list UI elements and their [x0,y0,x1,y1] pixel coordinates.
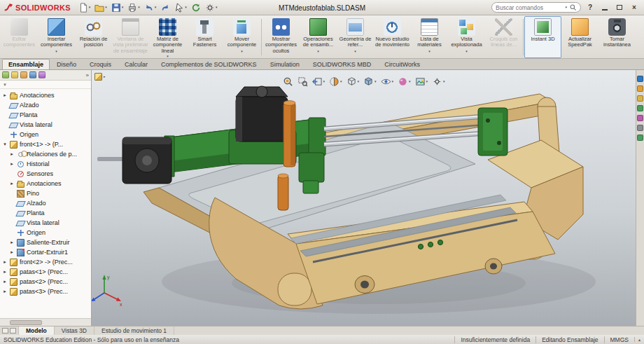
custom-properties-icon[interactable] [637,125,643,131]
flyout-tree-handle[interactable]: ▸ [94,73,106,81]
expand-arrow-icon[interactable]: ▸ [2,259,8,265]
exploded-view-button[interactable]: Vista explosionada▾ [448,16,485,58]
tree-item-vista-lateral[interactable]: Vista lateral [0,120,91,130]
expand-arrow-icon[interactable]: ▸ [2,289,8,294]
appearances-scenes-icon[interactable] [637,115,643,121]
tab-estudio-de-movimiento-1[interactable]: Estudio de movimiento 1 [94,326,174,335]
zoom-to-fit-button[interactable] [281,76,293,88]
search-icon[interactable] [569,4,577,11]
propertymanager-tab-icon[interactable] [11,71,18,78]
move-component-button[interactable]: Mover componente▾ [223,16,260,58]
tree-item-cortar-extruir1[interactable]: ▸Cortar-Extruir1 [0,247,91,257]
statusbar-expand-icon[interactable]: ▴ [634,337,644,342]
hide-show-items-button[interactable]: ▾ [380,76,395,88]
tab-ensamblaje[interactable]: Ensamblaje [2,59,50,69]
tree-item-pino[interactable]: Pino [0,188,91,198]
undo-button[interactable]: ▾ [143,2,158,13]
tree-item-patas-3-prec[interactable]: ▸patas<3> (Prec... [0,287,91,296]
scrollbar-thumb[interactable] [10,320,42,325]
reference-geometry-button[interactable]: Geometría de refer...▾ [337,16,374,58]
section-view-button[interactable]: ▾ [328,76,343,88]
maximize-button[interactable] [615,3,624,13]
options-button[interactable]: ▾ [204,2,219,13]
view-settings-button[interactable]: ▾ [431,76,446,88]
tree-item-sensores[interactable]: Sensores [0,169,91,179]
expand-arrow-icon[interactable]: ▸ [2,269,8,275]
tree-item-alzado[interactable]: Alzado [0,198,91,208]
panel-filter-row[interactable]: ▼ [0,81,91,89]
units-selector[interactable]: MMGS [604,336,634,343]
expand-arrow-icon[interactable]: ▸ [9,151,15,157]
tree-item-origen[interactable]: Origen [0,130,91,139]
tree-item-relaciones-de-p[interactable]: ▸Relaciones de p... [0,149,91,159]
configurationmanager-tab-icon[interactable] [20,71,27,78]
tree-item-anotaciones[interactable]: ▸Anotaciones [0,90,91,100]
tab-split-icon[interactable] [10,328,16,333]
apply-scene-button[interactable]: ▾ [414,76,429,88]
tree-item-patas-2-prec[interactable]: ▸patas<2> (Prec... [0,277,91,287]
rebuild-button[interactable] [190,2,202,13]
new-document-button[interactable]: ▾ [77,2,92,13]
assembly-features-button[interactable]: Operaciones de ensamb...▾ [300,16,337,58]
previous-view-button[interactable]: ▾ [311,76,326,88]
select-button[interactable]: ▾ [173,2,188,13]
graphics-viewport[interactable]: y x z ▸ ▾▾▾▾▾▾▾▾ [92,70,636,326]
view-orientation-button[interactable]: ▾ [345,76,360,88]
snapshot-button[interactable]: Tomar instantánea [598,16,636,58]
tree-item-saliente-extruir[interactable]: ▸Saliente-Extruir [0,238,91,247]
tree-item-vista-lateral[interactable]: Vista lateral [0,218,91,228]
expand-arrow-icon[interactable]: ▸ [2,92,8,98]
tab-calcular[interactable]: Calcular [118,59,154,69]
tree-item-planta[interactable]: Planta [0,110,91,120]
featuremanager-tab-icon[interactable] [2,71,9,78]
minimize-button[interactable] [600,3,610,13]
expand-arrow-icon[interactable]: ▸ [9,161,15,167]
expand-arrow-icon[interactable]: ▸ [9,249,15,255]
smart-fasteners-button[interactable]: Smart Fasteners [186,16,223,58]
bom-button[interactable]: Lista de materiales▾ [411,16,448,58]
tab-circuitworks[interactable]: CircuitWorks [378,59,426,69]
design-library-icon[interactable] [637,85,643,92]
insert-components-button[interactable]: Insertar componentes▾ [38,16,75,58]
open-button[interactable]: ▾ [93,2,108,13]
expand-arrow-icon[interactable]: ▸ [2,279,8,284]
editing-mode[interactable]: Editando Ensamblaje [536,336,603,343]
panel-flyout-arrow-icon[interactable]: ▼ [3,83,7,87]
expand-arrow-icon[interactable]: ▾ [2,142,8,147]
show-hidden-button[interactable]: Mostrar componentes ocultos [262,16,300,58]
zoom-to-area-button[interactable] [296,76,308,88]
tab-simulation[interactable]: Simulation [264,59,306,69]
file-explorer-icon[interactable] [637,95,643,102]
tree-item-historial[interactable]: ▸Historial [0,159,91,169]
view-palette-icon[interactable] [637,105,643,111]
document-recovery-icon[interactable] [637,135,643,141]
cnc-machine-model[interactable]: y x z [92,70,636,326]
instant3d-button[interactable]: Instant 3D [524,16,561,58]
tab-croquis[interactable]: Croquis [83,59,118,69]
displaymanager-tab-icon[interactable] [38,71,46,78]
tree-horizontal-scrollbar[interactable] [0,318,91,326]
tree-item-anotaciones[interactable]: ▸Anotaciones [0,179,91,188]
close-button[interactable]: × [629,3,639,13]
help-button[interactable]: ? [585,3,595,13]
search-dropdown-caret-icon[interactable]: ▾ [565,6,567,9]
tab-solidworks-mbd[interactable]: SOLIDWORKS MBD [307,59,378,69]
tree-item-front-1-p[interactable]: ▾front<1> -> (P... [0,139,91,149]
mate-button[interactable]: Relación de posición [75,16,112,58]
edit-appearance-button[interactable]: ▾ [397,76,412,88]
tree-item-front-2-prec[interactable]: ▸front<2> -> (Prec... [0,257,91,267]
display-style-button[interactable]: ▾ [363,76,377,88]
tab-modelo[interactable]: Modelo [19,326,55,335]
dimxpertmanager-tab-icon[interactable] [29,71,36,78]
tab-complementos-de-solidworks[interactable]: Complementos de SOLIDWORKS [155,59,263,69]
command-search[interactable]: ▾ [491,2,581,13]
tab-vistas-3d[interactable]: Vistas 3D [55,326,94,335]
tree-item-planta[interactable]: Planta [0,208,91,218]
redo-button[interactable] [159,2,172,13]
motion-study-button[interactable]: Nuevo estudio de movimiento [374,16,411,58]
speedpak-button[interactable]: Actualizar SpeedPak [561,16,598,58]
solidworks-resources-icon[interactable] [637,76,643,82]
expand-arrow-icon[interactable]: ▸ [9,240,15,245]
expand-arrow-icon[interactable]: ▸ [9,181,15,186]
panel-tabs-overflow-icon[interactable]: » [86,72,89,78]
